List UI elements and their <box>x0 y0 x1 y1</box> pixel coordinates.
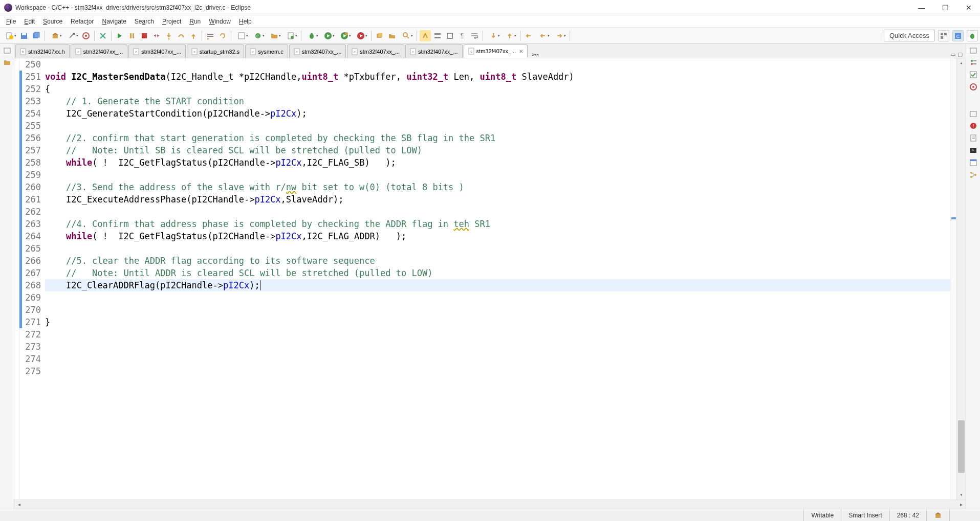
task-list-icon[interactable] <box>969 71 977 79</box>
code-line[interactable]: } <box>45 316 950 328</box>
code-line[interactable]: //3. Send the address of the slave with … <box>45 181 950 193</box>
close-tab-icon[interactable]: ✕ <box>519 49 523 54</box>
code-line[interactable] <box>45 120 950 132</box>
code-line[interactable] <box>45 328 950 341</box>
quick-access-input[interactable]: Quick Access <box>884 30 935 41</box>
vertical-scroll-thumb[interactable] <box>958 420 965 473</box>
console-icon[interactable]: > <box>969 146 977 154</box>
terminate-button[interactable] <box>139 30 150 41</box>
menu-search[interactable]: Search <box>130 16 158 27</box>
open-task-button[interactable] <box>374 30 385 41</box>
new-class-button[interactable]: C <box>250 30 266 41</box>
code-line[interactable] <box>45 58 950 71</box>
open-type-button[interactable] <box>234 30 249 41</box>
code-line[interactable]: while( ! I2C_GetFlagStatus(pI2CHandle->p… <box>45 230 950 242</box>
step-over-button[interactable] <box>176 30 187 41</box>
build-config-button[interactable] <box>64 30 79 41</box>
run-button[interactable] <box>320 30 336 41</box>
properties-icon[interactable] <box>969 158 977 167</box>
code-line[interactable] <box>45 365 950 377</box>
toggle-breadcrumb-button[interactable] <box>432 30 443 41</box>
code-line[interactable]: while( ! I2C_GetFlagStatus(pI2CHandle->p… <box>45 156 950 169</box>
toggle-block-button[interactable] <box>444 30 455 41</box>
problems-icon[interactable]: ! <box>969 122 977 130</box>
horizontal-scrollbar[interactable]: ◂ ▸ <box>14 500 966 509</box>
code-line[interactable]: I2C_ClearADDRFlag(pI2CHandle->pI2Cx); <box>45 279 950 291</box>
code-line[interactable] <box>45 291 950 304</box>
overview-ruler[interactable] <box>950 58 956 500</box>
editor-tab[interactable]: cstm32f407xx_... <box>347 44 404 58</box>
editor-tab[interactable]: cstm32f407xx_... <box>289 44 346 58</box>
code-content[interactable]: void I2C_MasterSendData(I2C_Handle_t *pI… <box>44 58 950 500</box>
menu-help[interactable]: Help <box>235 16 256 27</box>
forward-button[interactable] <box>552 30 567 41</box>
menu-project[interactable]: Project <box>158 16 185 27</box>
code-editor[interactable]: 2502512522532542552562572582592602612622… <box>14 58 966 500</box>
editor-tab[interactable]: cstm32f407xx_...✕ <box>464 44 528 58</box>
code-line[interactable]: //2. confirm that start generation is co… <box>45 132 950 144</box>
call-hierarchy-icon[interactable] <box>969 171 977 179</box>
build-target-button[interactable] <box>80 30 92 41</box>
step-return-button[interactable] <box>188 30 199 41</box>
restore-bottom-icon[interactable] <box>969 109 977 118</box>
next-annotation-button[interactable] <box>486 30 501 41</box>
scroll-left-button[interactable]: ◂ <box>14 502 24 507</box>
code-line[interactable] <box>45 304 950 316</box>
search-button[interactable] <box>399 30 414 41</box>
code-line[interactable]: //5. clear the ADDR flag according to it… <box>45 255 950 267</box>
outline-icon[interactable] <box>969 58 977 66</box>
code-line[interactable]: void I2C_MasterSendData(I2C_Handle_t *pI… <box>45 71 950 83</box>
external-tools-button[interactable] <box>353 30 368 41</box>
tasks-icon[interactable] <box>969 134 977 142</box>
menu-run[interactable]: Run <box>185 16 205 27</box>
save-all-button[interactable] <box>31 30 42 41</box>
build-button[interactable] <box>48 30 63 41</box>
code-line[interactable] <box>45 353 950 365</box>
word-wrap-button[interactable] <box>469 30 480 41</box>
menu-navigate[interactable]: Navigate <box>98 16 130 27</box>
save-button[interactable] <box>18 30 30 41</box>
build-targets-icon[interactable] <box>969 83 977 91</box>
coverage-button[interactable] <box>337 30 352 41</box>
toggle-mark-button[interactable] <box>97 30 108 41</box>
menu-window[interactable]: Window <box>205 16 235 27</box>
last-edit-button[interactable] <box>523 30 534 41</box>
status-build-icon[interactable] <box>926 509 949 521</box>
open-perspective-button[interactable] <box>938 30 949 41</box>
maximize-view-icon[interactable]: ▢ <box>957 51 963 58</box>
new-source-button[interactable] <box>283 30 298 41</box>
minimize-view-icon[interactable]: ▭ <box>950 51 955 58</box>
new-folder-button[interactable] <box>267 30 282 41</box>
back-button[interactable] <box>535 30 551 41</box>
editor-tab[interactable]: sstartup_stm32.s <box>187 44 244 58</box>
restore-right-icon[interactable] <box>969 46 977 54</box>
overview-mark[interactable] <box>951 217 956 219</box>
code-line[interactable]: // Note: Until SB is cleared SCL will be… <box>45 144 950 156</box>
toggle-highlight-button[interactable] <box>420 30 431 41</box>
tab-overflow-button[interactable]: »₁₁ <box>529 51 542 58</box>
code-line[interactable]: { <box>45 83 950 95</box>
editor-tab[interactable]: csysmem.c <box>245 44 288 58</box>
code-line[interactable] <box>45 169 950 181</box>
show-whitespace-button[interactable]: ¶ <box>456 30 468 41</box>
code-line[interactable]: // 1. Generate the START condition <box>45 95 950 107</box>
cpp-perspective-button[interactable]: C <box>952 30 964 41</box>
restart-button[interactable] <box>217 30 228 41</box>
prev-annotation-button[interactable] <box>502 30 517 41</box>
menu-file[interactable]: File <box>2 16 20 27</box>
editor-tab[interactable]: cstm32f407xx_... <box>405 44 463 58</box>
code-line[interactable] <box>45 242 950 255</box>
code-line[interactable]: // Note: Until ADDR is cleared SCL will … <box>45 267 950 279</box>
code-line[interactable]: I2C_ExecuteAddressPhase(pI2CHandle->pI2C… <box>45 193 950 206</box>
menu-edit[interactable]: Edit <box>20 16 39 27</box>
editor-tab[interactable]: cstm32f407xx_... <box>128 44 186 58</box>
code-line[interactable] <box>45 206 950 218</box>
close-button[interactable]: ✕ <box>962 3 976 13</box>
restore-icon[interactable] <box>3 46 11 54</box>
code-line[interactable]: //4. Confirm that address phase is compl… <box>45 218 950 230</box>
new-button[interactable] <box>2 30 17 41</box>
scroll-up-button[interactable]: ▴ <box>957 58 966 67</box>
suspend-button[interactable] <box>126 30 138 41</box>
scroll-down-button[interactable]: ▾ <box>957 490 966 500</box>
debug-button[interactable] <box>304 30 319 41</box>
